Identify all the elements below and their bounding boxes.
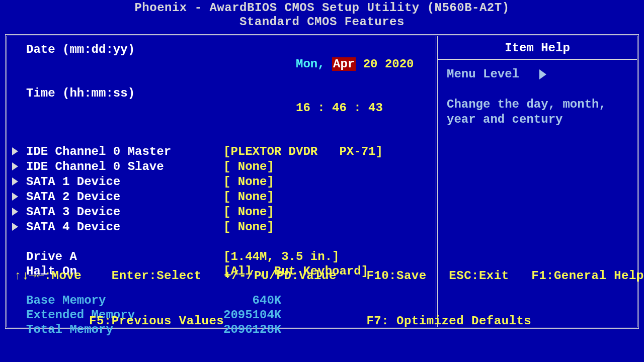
submenu-arrow-icon [12, 223, 18, 231]
time-ss[interactable]: 43 [368, 101, 383, 115]
bios-subtitle: Standard CMOS Features [0, 15, 644, 29]
date-weekday: Mon, [296, 57, 325, 71]
time-label: Time (hh:mm:ss) [26, 86, 223, 130]
date-month-selected[interactable]: Apr [332, 57, 356, 71]
ide-channel-0-slave[interactable]: IDE Channel 0 Slave [ None] [12, 159, 431, 174]
submenu-arrow-icon [12, 177, 18, 186]
time-row[interactable]: Time (hh:mm:ss) 16 : 46 : 43 [12, 86, 431, 130]
time-hh[interactable]: 16 [296, 101, 310, 115]
date-label: Date (mm:dd:yy) [26, 42, 223, 86]
submenu-arrow-icon [12, 208, 18, 216]
ide-channel-0-master[interactable]: IDE Channel 0 Master [PLEXTOR DVDR PX-71… [12, 144, 431, 159]
submenu-arrow-icon [12, 193, 18, 201]
sata-4-device[interactable]: SATA 4 Device [ None] [12, 220, 431, 235]
key-legend: ↑↓→←:Move Enter:Select +/-/PU/PD:Value F… [0, 238, 644, 359]
time-mm[interactable]: 46 [332, 101, 347, 115]
date-day[interactable]: 20 [363, 57, 378, 71]
sata-1-device[interactable]: SATA 1 Device [ None] [12, 174, 431, 190]
submenu-arrow-icon [12, 147, 18, 155]
key-legend-line2: F5:Previous Values F7: Optimized Default… [14, 314, 644, 329]
key-legend-line1: ↑↓→←:Move Enter:Select +/-/PU/PD:Value F… [14, 268, 644, 284]
sata-2-device[interactable]: SATA 2 Device [ None] [12, 190, 431, 205]
help-title: Item Help [438, 36, 637, 60]
bios-title: Phoenix - AwardBIOS CMOS Setup Utility (… [0, 1, 644, 15]
menu-level-row: Menu Level [447, 67, 628, 82]
submenu-arrow-icon [12, 162, 18, 170]
menu-level-label: Menu Level [447, 67, 519, 82]
date-year[interactable]: 2020 [385, 57, 414, 71]
menu-level-arrow-icon [539, 69, 546, 79]
help-text: Change the day, month, year and century [447, 97, 628, 127]
sata-3-device[interactable]: SATA 3 Device [ None] [12, 205, 431, 220]
date-row[interactable]: Date (mm:dd:yy) Mon, Apr 20 2020 [12, 42, 431, 86]
